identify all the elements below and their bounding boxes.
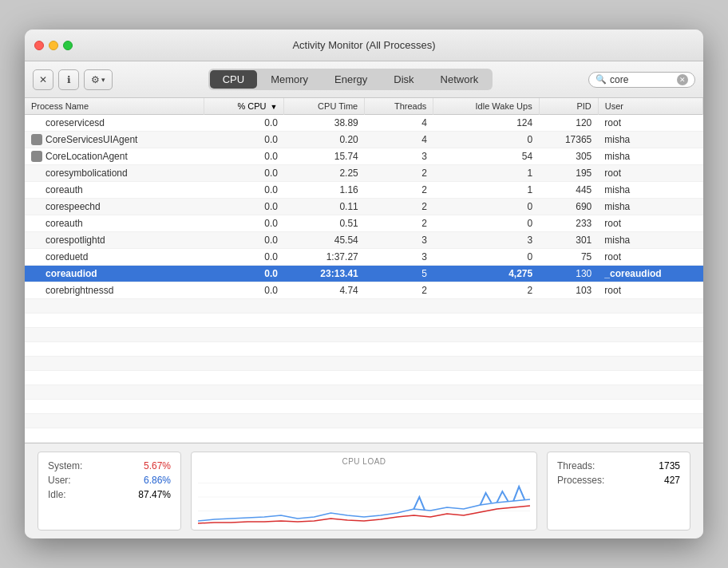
cpu-time-cell: 0.51 [284,215,365,232]
empty-row [25,385,703,400]
table-row[interactable]: corespotlightd0.045.5433301misha [25,232,703,249]
user-cell: root [598,282,702,299]
col-cpu-pct[interactable]: % CPU ▼ [204,98,284,115]
col-user[interactable]: User [598,98,702,115]
cpu-stats-box: System: 5.67% User: 6.86% Idle: 87.47% [38,452,181,531]
threads-cell: 4 [365,132,433,148]
process-name-label: corebrightnessd [46,285,113,296]
cpu-time-cell: 38.89 [284,115,365,132]
pid-cell: 195 [539,165,598,182]
threads-cell: 3 [365,148,433,165]
col-cpu-time[interactable]: CPU Time [284,98,365,115]
minimize-button[interactable] [49,41,58,50]
empty-icon [31,117,42,128]
threads-cell: 2 [365,215,433,232]
close-button[interactable] [34,41,44,50]
table-row[interactable]: coreduetd0.01:37.273075root [25,249,703,266]
empty-icon [31,285,42,296]
process-name-label: CoreLocationAgent [46,151,128,162]
col-pid[interactable]: PID [539,98,598,115]
table-row[interactable]: coreauth0.00.5120233root [25,215,703,232]
table-row[interactable]: coreaudiod0.023:13.4154,275130_coreaudio… [25,266,703,282]
cpu-load-chart [198,469,530,525]
user-cell: misha [598,199,702,215]
info-button[interactable]: ℹ [58,69,79,90]
system-label: System: [48,460,82,471]
tab-memory[interactable]: Memory [258,70,321,89]
cpu-pct-cell: 0.0 [204,182,284,199]
dropdown-arrow-icon: ▾ [101,76,105,84]
search-input[interactable] [610,74,674,85]
process-name-label: CoreServicesUIAgent [46,134,137,145]
tab-disk[interactable]: Disk [381,70,426,89]
idle-wake-ups-cell: 0 [433,132,539,148]
process-name-cell: CoreLocationAgent [25,148,204,165]
idle-wake-ups-cell: 0 [433,199,539,215]
cpu-time-cell: 4.74 [284,282,365,299]
pid-cell: 103 [539,282,598,299]
window-title: Activity Monitor (All Processes) [292,39,435,51]
col-idle-wake-ups[interactable]: Idle Wake Ups [433,98,539,115]
cpu-time-cell: 15.74 [284,148,365,165]
threads-cell: 5 [365,266,433,282]
search-box[interactable]: 🔍 ✕ [588,72,695,88]
main-window: Activity Monitor (All Processes) ✕ ℹ ⚙ ▾… [25,30,703,538]
process-name-label: coreservicesd [46,117,105,128]
user-label: User: [48,475,71,486]
empty-row [25,314,703,328]
user-cell: root [598,165,702,182]
bottom-panel: System: 5.67% User: 6.86% Idle: 87.47% C… [25,443,703,538]
processes-value: 427 [664,475,680,486]
table-row[interactable]: coreservicesd0.038.894124120root [25,115,703,132]
table-row[interactable]: corebrightnessd0.04.7422103root [25,282,703,299]
threads-cell: 3 [365,249,433,266]
gear-button[interactable]: ⚙ ▾ [84,69,113,90]
empty-row [25,428,703,443]
process-name-cell: corespotlightd [25,232,204,249]
idle-wake-ups-cell: 124 [433,115,539,132]
tab-cpu[interactable]: CPU [210,70,257,89]
idle-stat-row: Idle: 87.47% [48,487,171,502]
user-cell: root [598,115,702,132]
idle-wake-ups-cell: 54 [433,148,539,165]
table-row[interactable]: CoreLocationAgent0.015.74354305misha [25,148,703,165]
x-icon: ✕ [39,74,47,85]
threads-value: 1735 [659,460,680,471]
idle-wake-ups-cell: 4,275 [433,266,539,282]
cpu-pct-cell: 0.0 [204,249,284,266]
cpu-load-title: CPU LOAD [342,457,386,466]
process-name-label: coreduetd [46,251,88,262]
user-cell: misha [598,148,702,165]
col-threads[interactable]: Threads [365,98,433,115]
clear-search-button[interactable]: ✕ [677,74,688,85]
threads-label: Threads: [557,460,595,471]
idle-wake-ups-cell: 1 [433,182,539,199]
table-row[interactable]: coresymbolicationd0.02.2521195root [25,165,703,182]
pid-cell: 130 [539,266,598,282]
cpu-time-cell: 45.54 [284,232,365,249]
process-name-label: corespotlightd [46,235,105,246]
pid-cell: 690 [539,199,598,215]
table-row[interactable]: coreauth0.01.1621445misha [25,182,703,199]
process-name-label: coreaudiod [46,268,97,279]
cpu-pct-cell: 0.0 [204,148,284,165]
table-row[interactable]: corespeechd0.00.1120690misha [25,199,703,215]
idle-wake-ups-cell: 0 [433,249,539,266]
idle-wake-ups-cell: 3 [433,232,539,249]
tab-network[interactable]: Network [428,70,492,89]
tab-group: CPU Memory Energy Disk Network [208,69,493,90]
col-process-name[interactable]: Process Name [25,98,204,115]
app-icon [31,134,42,145]
table-row[interactable]: CoreServicesUIAgent0.00.204017365misha [25,132,703,148]
close-icon-button[interactable]: ✕ [33,69,53,90]
sort-arrow-icon: ▼ [271,103,278,111]
empty-row [25,357,703,371]
threads-cell: 2 [365,182,433,199]
tab-energy[interactable]: Energy [322,70,380,89]
empty-row [25,400,703,414]
maximize-button[interactable] [63,41,73,50]
cpu-pct-cell: 0.0 [204,282,284,299]
cpu-time-cell: 1.16 [284,182,365,199]
process-name-cell: coreauth [25,182,204,199]
user-cell: root [598,215,702,232]
